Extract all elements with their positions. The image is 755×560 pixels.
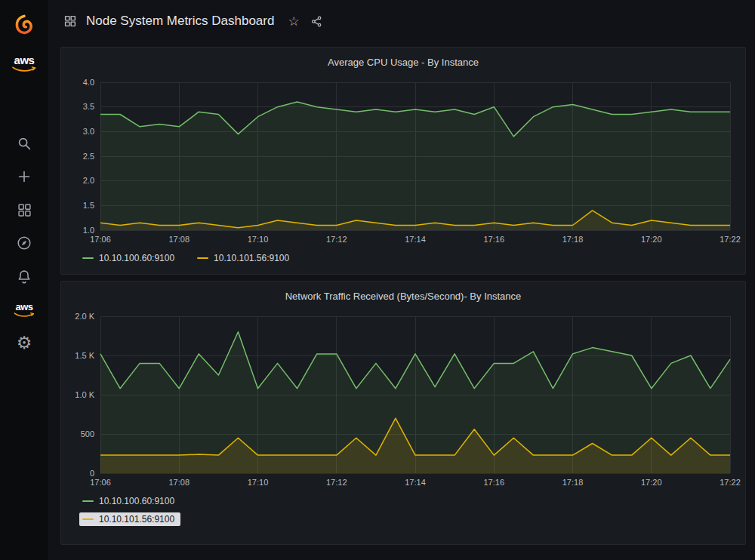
aws-logo-text: aws	[14, 54, 35, 66]
panel-title-text: Average CPU Usage - By Instance	[328, 57, 479, 68]
legend-label: 10.10.101.56:9100	[99, 514, 174, 525]
star-dashboard-button[interactable]: ☆	[286, 14, 300, 29]
alerting-bell-icon	[16, 268, 32, 285]
svg-text:0: 0	[90, 469, 94, 478]
settings-gear-icon: ⚙	[17, 334, 32, 352]
aws-plugin-icon: aws	[14, 302, 35, 318]
search-icon	[16, 135, 32, 152]
legend-label: 10.10.101.56:9100	[214, 253, 289, 263]
svg-text:3.5: 3.5	[83, 102, 94, 111]
explore-compass-icon	[16, 235, 32, 251]
svg-text:17:12: 17:12	[326, 235, 347, 244]
svg-text:17:16: 17:16	[483, 478, 504, 487]
panel-cpu-usage: Average CPU Usage - By Instance 1.01.52.…	[60, 47, 746, 275]
series-color-swatch	[82, 257, 94, 259]
svg-text:1.0: 1.0	[83, 226, 94, 235]
legend-item-instance-a[interactable]: 10.10.100.60:9100	[79, 494, 177, 508]
sidebar-item-create[interactable]	[0, 160, 48, 193]
svg-text:17:12: 17:12	[326, 478, 347, 487]
sidebar-item-dashboards[interactable]	[0, 193, 48, 226]
page-title: Node System Metrics Dashboard	[86, 14, 274, 29]
sidebar-item-alerting[interactable]	[0, 260, 48, 293]
panel-network-traffic: Network Traffic Received (Bytes/Second)-…	[60, 281, 746, 545]
legend-label: 10.10.100.60:9100	[99, 496, 174, 506]
svg-text:17:08: 17:08	[168, 478, 190, 487]
legend-network: 10.10.100.60:9100 10.10.101.56:9100	[69, 494, 738, 526]
svg-text:17:06: 17:06	[90, 478, 111, 487]
star-icon: ☆	[288, 15, 299, 28]
legend-cpu: 10.10.100.60:9100 10.10.101.56:9100	[69, 251, 738, 265]
svg-text:2.0 K: 2.0 K	[75, 312, 94, 321]
aws-swoosh-icon	[11, 66, 37, 72]
panel-title-network[interactable]: Network Traffic Received (Bytes/Second)-…	[69, 285, 738, 307]
dashboard-breadcrumb-grid-icon[interactable]	[62, 13, 79, 29]
svg-text:17:18: 17:18	[562, 235, 584, 244]
cpu-usage-chart[interactable]: 1.01.52.02.53.03.54.017:0617:0817:1017:1…	[69, 73, 738, 248]
svg-text:17:16: 17:16	[483, 235, 504, 244]
series-color-swatch	[197, 257, 208, 259]
svg-text:17:20: 17:20	[641, 478, 662, 487]
main-content: Node System Metrics Dashboard ☆ Average …	[48, 0, 755, 560]
svg-text:17:06: 17:06	[90, 235, 111, 244]
svg-text:17:14: 17:14	[405, 235, 426, 244]
svg-text:1.5 K: 1.5 K	[75, 351, 94, 360]
aws-plugin-text: aws	[15, 302, 32, 312]
share-dashboard-button[interactable]	[309, 14, 325, 29]
svg-text:1.5: 1.5	[83, 201, 94, 210]
svg-text:17:22: 17:22	[720, 235, 741, 244]
dashboards-grid-icon	[17, 202, 32, 218]
svg-text:4.0: 4.0	[83, 78, 94, 87]
dashboard-header: Node System Metrics Dashboard ☆	[48, 0, 755, 42]
sidebar-item-aws-org[interactable]: aws	[0, 47, 48, 80]
svg-text:17:10: 17:10	[248, 235, 269, 244]
network-traffic-chart[interactable]: 05001.0 K1.5 K2.0 K17:0617:0817:1017:121…	[69, 307, 738, 491]
svg-text:1.0 K: 1.0 K	[75, 390, 94, 399]
sidebar: aws	[0, 0, 48, 560]
svg-text:500: 500	[81, 429, 94, 438]
dashboard-panels: Average CPU Usage - By Instance 1.01.52.…	[48, 42, 755, 560]
sidebar-item-aws-plugin[interactable]: aws	[0, 293, 48, 326]
aws-plugin-swoosh-icon	[14, 312, 35, 318]
share-icon	[310, 15, 323, 28]
legend-item-instance-b[interactable]: 10.10.101.56:9100	[194, 251, 292, 265]
grafana-app: aws	[0, 0, 755, 560]
grafana-logo[interactable]	[0, 8, 48, 42]
plus-icon	[16, 168, 32, 185]
panel-title-cpu[interactable]: Average CPU Usage - By Instance	[69, 51, 738, 73]
series-color-swatch	[82, 500, 94, 502]
svg-text:17:10: 17:10	[248, 478, 269, 487]
svg-text:3.0: 3.0	[83, 127, 94, 136]
legend-item-instance-b-highlighted[interactable]: 10.10.101.56:9100	[79, 512, 180, 526]
svg-text:2.5: 2.5	[83, 152, 94, 161]
legend-label: 10.10.100.60:9100	[99, 253, 174, 263]
legend-item-instance-a[interactable]: 10.10.100.60:9100	[79, 251, 177, 265]
svg-text:17:14: 17:14	[405, 478, 426, 487]
svg-text:17:18: 17:18	[562, 478, 584, 487]
svg-text:17:20: 17:20	[641, 235, 662, 244]
grafana-flame-icon	[13, 14, 35, 36]
sidebar-item-explore[interactable]	[0, 226, 48, 260]
sidebar-item-search[interactable]	[0, 127, 48, 160]
aws-logo-icon: aws	[11, 54, 37, 72]
svg-text:17:08: 17:08	[168, 235, 190, 244]
svg-text:17:22: 17:22	[720, 478, 741, 487]
svg-text:2.0: 2.0	[83, 176, 94, 185]
panel-title-text: Network Traffic Received (Bytes/Second)-…	[285, 291, 522, 302]
series-color-swatch	[82, 518, 94, 520]
sidebar-item-configuration[interactable]: ⚙	[0, 326, 48, 359]
